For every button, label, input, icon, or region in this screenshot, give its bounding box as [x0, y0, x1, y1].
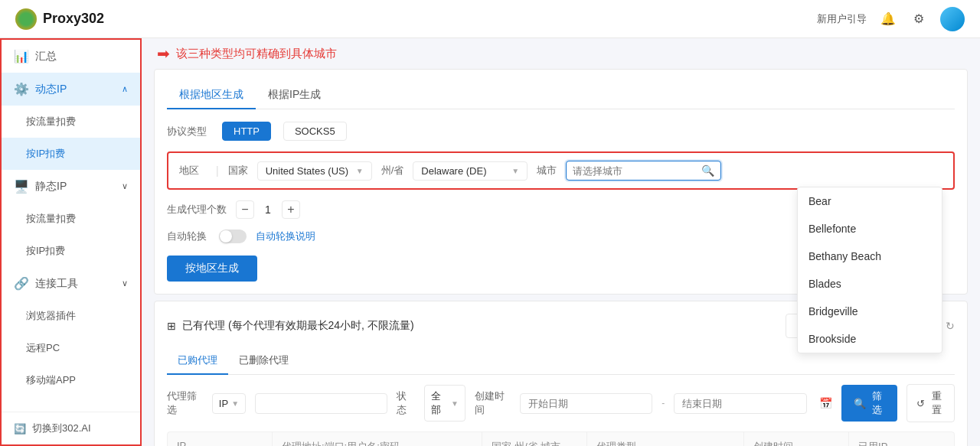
city-option-bellefonte[interactable]: Bellefonte — [798, 215, 942, 243]
app-container: Proxy302 新用户引导 🔔 ⚙ 📊 汇总 ⚙️ 动态IP ∧ 按流量扣费 — [0, 0, 980, 446]
main-content: ➡ 该三种类型均可精确到具体城市 根据地区生成 根据IP生成 协议类型 HTTP… — [142, 38, 980, 446]
city-input[interactable] — [573, 165, 701, 177]
sidebar-item-ip-deduct[interactable]: 按IP扣费 — [2, 138, 140, 170]
filter-btn[interactable]: 🔍 筛选 — [841, 385, 897, 422]
city-option-blades[interactable]: Blades — [798, 270, 942, 298]
avatar[interactable] — [940, 7, 965, 31]
tab-deleted[interactable]: 已删除代理 — [228, 347, 299, 375]
sidebar-item-static-ip[interactable]: 🖥️ 静态IP ∨ — [2, 170, 140, 203]
sidebar-item-dynamic-ip[interactable]: ⚙️ 动态IP ∧ — [2, 73, 140, 106]
chevron-down-icon: ∨ — [122, 181, 128, 191]
state-select[interactable]: Delaware (DE) ▼ — [413, 161, 528, 181]
city-option-brookside[interactable]: Brookside — [798, 325, 942, 353]
qty-value: 1 — [260, 203, 276, 216]
generate-tabs: 根据地区生成 根据IP生成 — [167, 82, 955, 109]
switch-icon: 🔄 — [14, 423, 26, 435]
proxy-type-chevron-icon: ▼ — [231, 399, 239, 408]
date-separator: - — [662, 398, 665, 409]
proxy-filter-label: 代理筛选 — [167, 389, 203, 417]
city-option-bethany-beach[interactable]: Bethany Beach — [798, 243, 942, 270]
protocol-http-btn[interactable]: HTTP — [222, 122, 271, 141]
header-right: 新用户引导 🔔 ⚙ — [817, 7, 965, 31]
status-chevron-icon: ▼ — [451, 399, 459, 408]
qty-decrease-btn[interactable]: − — [236, 200, 254, 219]
start-date-input[interactable] — [520, 393, 652, 414]
proxy-type-select[interactable]: IP ▼ — [212, 393, 246, 414]
protocol-label: 协议类型 — [167, 125, 210, 138]
filter-row: 代理筛选 IP ▼ 状态 全部 ▼ 创建时间 - 📅 — [167, 384, 955, 422]
city-option-bridgeville[interactable]: Bridgeville — [798, 298, 942, 325]
city-dropdown: Bear Bellefonte Bethany Beach Blades Bri… — [797, 187, 942, 353]
auto-rotate-toggle[interactable] — [219, 230, 247, 243]
sidebar-item-label: 汇总 — [35, 50, 57, 63]
col-create-time: 创建时间 — [744, 432, 849, 446]
end-date-input[interactable] — [674, 393, 806, 414]
status-value: 全部 — [431, 389, 448, 417]
city-option-bear[interactable]: Bear — [798, 187, 942, 215]
state-label: 州/省 — [381, 164, 404, 177]
status-filter-label: 状态 — [397, 389, 414, 417]
qty-increase-btn[interactable]: + — [282, 200, 300, 219]
region-label: 地区 — [179, 164, 207, 177]
sidebar: 📊 汇总 ⚙️ 动态IP ∧ 按流量扣费 按IP扣费 🖥️ 静态IP ∨ 按流量… — [0, 38, 142, 446]
proxy-search-input[interactable] — [255, 393, 387, 414]
region-container: 地区 | 国家 United States (US) ▼ 州/省 Delawar… — [167, 151, 955, 190]
tab-by-ip[interactable]: 根据IP生成 — [256, 82, 333, 109]
quantity-control: − 1 + — [236, 200, 300, 219]
annotation-bar: ➡ 该三种类型均可精确到具体城市 — [142, 38, 980, 63]
toggle-knob — [220, 230, 232, 243]
generate-btn[interactable]: 按地区生成 — [167, 256, 257, 282]
city-label: 城市 — [537, 164, 557, 177]
country-select[interactable]: United States (US) ▼ — [257, 161, 372, 181]
country-value: United States (US) — [266, 165, 348, 177]
header-left: Proxy302 — [15, 8, 104, 30]
switch-to-302ai[interactable]: 🔄 切换到302.AI — [2, 412, 140, 444]
sidebar-item-label: 静态IP — [35, 180, 67, 194]
refresh-icon[interactable]: ↻ — [946, 320, 955, 332]
col-type: 代理类型 — [587, 432, 744, 446]
tab-by-region[interactable]: 根据地区生成 — [167, 82, 256, 109]
reset-icon: ↺ — [916, 398, 925, 409]
auto-rotate-link[interactable]: 自动轮换说明 — [256, 230, 315, 243]
sidebar-item-browser-plugin[interactable]: 浏览器插件 — [2, 300, 140, 332]
col-used-ip: 已用IP — [849, 432, 954, 446]
tab-purchased[interactable]: 已购代理 — [167, 347, 228, 375]
proxy-section-title: 已有代理 (每个代理有效期最长24小时, 不限流量) — [182, 319, 779, 333]
reset-btn[interactable]: ↺ 重置 — [906, 384, 955, 422]
logo-text: Proxy302 — [43, 11, 104, 27]
sidebar-item-mobile-app[interactable]: 移动端APP — [2, 364, 140, 396]
search-icon: 🔍 — [854, 398, 866, 409]
protocol-socks5-btn[interactable]: SOCKS5 — [283, 122, 347, 141]
city-input-wrap[interactable]: 🔍 — [566, 161, 721, 181]
state-value: Delaware (DE) — [421, 165, 486, 177]
sidebar-sub-label: 浏览器插件 — [26, 309, 76, 323]
sidebar-item-summary[interactable]: 📊 汇总 — [2, 40, 140, 73]
sidebar-sub-label: 按流量扣费 — [26, 212, 76, 226]
main-layout: 📊 汇总 ⚙️ 动态IP ∧ 按流量扣费 按IP扣费 🖥️ 静态IP ∨ 按流量… — [0, 38, 980, 446]
create-time-label: 创建时间 — [475, 389, 511, 417]
sidebar-item-static-traffic[interactable]: 按流量扣费 — [2, 203, 140, 235]
annotation-arrow-icon: ➡ — [157, 44, 170, 63]
switch-label: 切换到302.AI — [32, 422, 91, 435]
notification-icon[interactable]: 🔔 — [879, 10, 897, 28]
sidebar-item-ip-deduct2[interactable]: 按IP扣费 — [2, 235, 140, 267]
sidebar-sub-label: 按流量扣费 — [26, 115, 76, 129]
header: Proxy302 新用户引导 🔔 ⚙ — [0, 0, 980, 38]
state-chevron-icon: ▼ — [511, 167, 519, 175]
grid-icon: ⊞ — [167, 320, 176, 332]
sidebar-item-remote-pc[interactable]: 远程PC — [2, 332, 140, 364]
sidebar-item-label: 连接工具 — [35, 277, 78, 291]
settings-icon[interactable]: ⚙ — [910, 10, 928, 28]
sidebar-item-traffic-deduct[interactable]: 按流量扣费 — [2, 106, 140, 138]
guide-button[interactable]: 新用户引导 — [817, 12, 867, 26]
sidebar-sub-label: 按IP扣费 — [26, 147, 65, 161]
sidebar-item-connect-tools[interactable]: 🔗 连接工具 ∨ — [2, 267, 140, 300]
city-search-icon: 🔍 — [701, 164, 714, 177]
sidebar-sub-label: 按IP扣费 — [26, 244, 65, 258]
auto-rotate-label: 自动轮换 — [167, 230, 210, 243]
country-label: 国家 — [228, 164, 248, 177]
col-ip: IP — [168, 432, 273, 446]
status-select[interactable]: 全部 ▼ — [424, 385, 466, 422]
sidebar-sub-label: 移动端APP — [26, 373, 76, 387]
calendar-icon[interactable]: 📅 — [819, 397, 832, 409]
